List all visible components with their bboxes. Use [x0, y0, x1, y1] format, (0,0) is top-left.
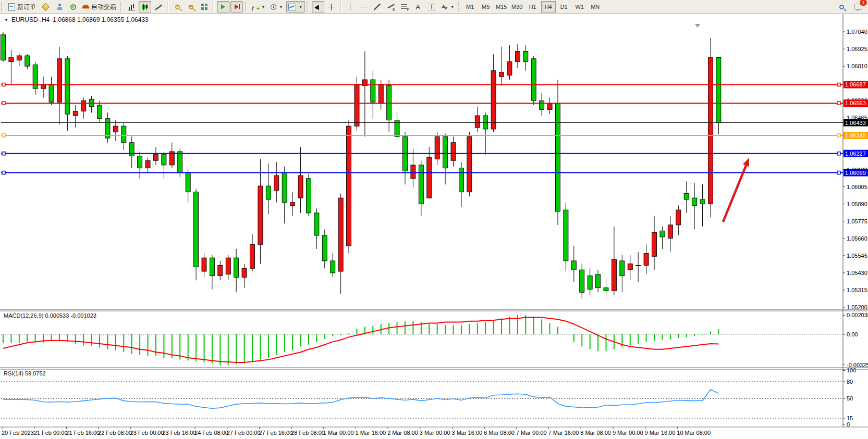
search-button[interactable]: [835, 1, 848, 12]
svg-text:1.05660: 1.05660: [847, 235, 867, 242]
indicators-icon: ƒ: [251, 4, 259, 10]
line-chart-icon: [155, 4, 162, 10]
timeframe-d1[interactable]: D1: [557, 1, 571, 12]
auto-trading-button[interactable]: 自动交易: [80, 1, 118, 12]
timeframe-m1[interactable]: M1: [463, 1, 478, 12]
svg-text:20 Feb 2023: 20 Feb 2023: [2, 430, 34, 436]
svg-text:27 Feb 00:00: 27 Feb 00:00: [227, 430, 261, 436]
vertical-line-icon: [350, 4, 350, 10]
svg-text:21 Feb 16:00: 21 Feb 16:00: [66, 430, 100, 436]
svg-text:1.06099: 1.06099: [845, 170, 866, 176]
zoom-in-button[interactable]: [171, 1, 184, 12]
price-badge-1.06227: 1.06227: [843, 150, 868, 157]
trendline-button[interactable]: [371, 1, 384, 12]
toolbar-separator: [213, 2, 215, 12]
chart-shift-button[interactable]: [230, 1, 243, 12]
svg-text:2 Mar 08:00: 2 Mar 08:00: [387, 430, 418, 436]
timeframe-m30[interactable]: M30: [510, 1, 524, 12]
channel-icon: [387, 4, 395, 10]
toolbar-grip[interactable]: [307, 2, 310, 11]
toolbar-right-group: 1: [835, 1, 865, 12]
new-order-icon: [8, 3, 15, 11]
svg-text:50: 50: [847, 395, 853, 402]
chart-canvas[interactable]: 1.070401.069251.068101.066951.065801.064…: [0, 14, 868, 439]
svg-text:24 Feb 08:00: 24 Feb 08:00: [194, 430, 228, 436]
market-watch-button[interactable]: [53, 1, 66, 12]
curs­or-icon: [314, 4, 321, 10]
svg-text:0.002038: 0.002038: [847, 312, 868, 318]
one-click-collapse-icon[interactable]: ▼: [4, 18, 8, 22]
toolbar-grip[interactable]: [1, 2, 5, 11]
notifications-button[interactable]: 1: [852, 1, 864, 12]
svg-text:1 Mar 00:00: 1 Mar 00:00: [323, 430, 354, 436]
timeframe-m15[interactable]: M15: [494, 1, 509, 12]
cursor-button[interactable]: [312, 1, 324, 12]
auto-scroll-icon: [221, 4, 225, 9]
svg-text:0.00: 0.00: [847, 331, 858, 337]
svg-text:1.06563: 1.06563: [845, 100, 866, 106]
price-badge-1.06433: 1.06433: [843, 119, 868, 127]
horizontal-line-button[interactable]: [358, 1, 370, 12]
toolbar-grip[interactable]: [120, 2, 124, 11]
chart-ohlc-values: 1.06868 1.06869 1.06355 1.06433: [53, 16, 149, 23]
new-order-button[interactable]: 新订单: [6, 1, 38, 12]
profiles-button[interactable]: [39, 1, 52, 12]
svg-text:3 Mar 00:00: 3 Mar 00:00: [420, 430, 450, 436]
svg-text:1.05430: 1.05430: [847, 270, 867, 276]
chart-ohlc-title: ▼ EURUSD-,H4 1.06868 1.06869 1.06355 1.0…: [4, 16, 149, 23]
svg-text:10 Mar 08:00: 10 Mar 08:00: [677, 430, 711, 436]
timeframe-mn[interactable]: MN: [588, 1, 603, 12]
timeframe-h4[interactable]: H4: [541, 1, 556, 12]
svg-text:27 Feb 16:00: 27 Feb 16:00: [259, 430, 292, 436]
template-icon: [288, 4, 296, 10]
line-chart-button[interactable]: [152, 1, 165, 12]
clock-icon: [271, 4, 276, 10]
periods-button[interactable]: ▼: [268, 1, 285, 12]
channel-button[interactable]: [385, 1, 397, 12]
new-order-label: 新订单: [17, 3, 36, 11]
auto-scroll-button[interactable]: [217, 1, 229, 12]
trendline-icon: [374, 4, 381, 10]
price-badge-1.06687: 1.06687: [843, 81, 868, 88]
indicators-button[interactable]: ƒ▼: [249, 1, 267, 12]
text-button[interactable]: A: [412, 1, 424, 12]
chevron-down-icon: ▼: [279, 5, 283, 9]
svg-text:1.05315: 1.05315: [847, 287, 867, 293]
profiles-icon: [42, 3, 50, 11]
text-label-button[interactable]: T: [425, 1, 438, 12]
tile-windows-button[interactable]: [198, 1, 211, 12]
candlestick-chart-button[interactable]: [139, 1, 151, 12]
zoom-in-icon: [175, 5, 180, 9]
svg-text:9 Mar 00:00: 9 Mar 00:00: [613, 430, 643, 436]
svg-text:1.06687: 1.06687: [845, 81, 866, 87]
toolbar-grip[interactable]: [458, 2, 462, 11]
timeframe-w1[interactable]: W1: [572, 1, 587, 12]
svg-text:1.05545: 1.05545: [847, 253, 867, 259]
chart-symbol-period: EURUSD-,H4: [11, 16, 50, 23]
market-watch-icon: [57, 4, 63, 10]
auto-trading-label: 自动交易: [91, 3, 116, 11]
candlestick-icon: [142, 4, 149, 10]
bar-chart-button[interactable]: [125, 1, 138, 12]
vertical-line-button[interactable]: [344, 1, 357, 12]
arrows-button[interactable]: ▼: [439, 1, 457, 12]
svg-text:1.05775: 1.05775: [847, 218, 867, 224]
svg-text:1.05890: 1.05890: [847, 201, 867, 207]
svg-text:1 Mar 16:00: 1 Mar 16:00: [355, 430, 386, 436]
notification-badge: 1: [859, 0, 867, 6]
templates-button[interactable]: ▼: [286, 1, 305, 12]
rsi-label: RSI(14) 59.0752: [4, 370, 46, 377]
timeframe-h1[interactable]: H1: [525, 1, 540, 12]
search-icon: [839, 5, 844, 9]
toolbar-separator: [340, 2, 342, 12]
tile-windows-icon: [201, 4, 207, 10]
text-label-icon: T: [428, 4, 435, 10]
zoom-out-icon: [189, 5, 193, 9]
timeframe-m5[interactable]: M5: [479, 1, 493, 12]
data-window-button[interactable]: [67, 1, 79, 12]
fibonacci-button[interactable]: [398, 1, 411, 12]
crosshair-button[interactable]: [325, 1, 338, 12]
svg-text:0: 0: [847, 421, 850, 428]
text-icon: A: [415, 4, 420, 10]
zoom-out-button[interactable]: [185, 1, 197, 12]
